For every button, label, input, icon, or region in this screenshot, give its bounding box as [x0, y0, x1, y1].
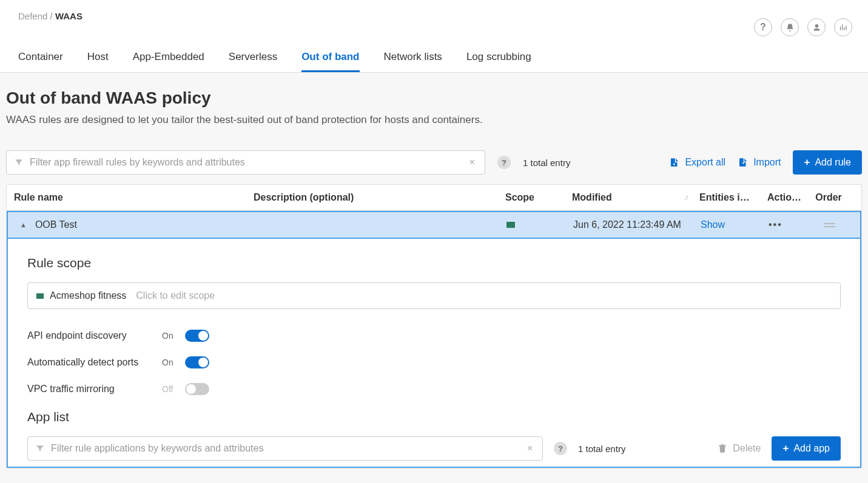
filter-apps-input[interactable]	[51, 443, 525, 454]
filter-apps-input-wrapper[interactable]: ×	[27, 436, 543, 461]
col-scope[interactable]: Scope	[499, 185, 566, 210]
tab-container[interactable]: Container	[18, 51, 63, 72]
toggle-api-state: On	[162, 331, 185, 341]
export-icon	[669, 157, 680, 168]
rule-name-cell: OOB Test	[35, 219, 77, 230]
toggle-vpc-state: Off	[162, 384, 185, 394]
breadcrumb-current: WAAS	[55, 11, 82, 21]
filter-rules-input[interactable]	[30, 157, 467, 168]
toggle-api-switch[interactable]	[185, 330, 209, 342]
rule-modified-cell: Jun 6, 2022 11:23:49 AM	[567, 212, 695, 238]
tab-app-embedded[interactable]: App-Embedded	[133, 51, 204, 72]
clear-app-filter-icon[interactable]: ×	[525, 443, 535, 454]
export-all-button[interactable]: Export all	[669, 157, 725, 168]
page-subtitle: WAAS rules are designed to let you tailo…	[6, 114, 862, 126]
tab-host[interactable]: Host	[87, 51, 109, 72]
col-rulename[interactable]: Rule name	[7, 185, 247, 210]
main-tabs: Container Host App-Embedded Serverless O…	[0, 36, 868, 73]
rule-desc-cell	[249, 218, 500, 232]
tab-log-scrubbing[interactable]: Log scrubbing	[466, 51, 531, 72]
rule-scope-cell	[500, 212, 567, 238]
col-description[interactable]: Description (optional)	[247, 185, 499, 210]
row-actions-menu[interactable]: •••	[769, 219, 782, 230]
show-entities-link[interactable]: Show	[701, 219, 725, 230]
col-entities[interactable]: Entities in ...	[693, 185, 761, 210]
rule-scope-heading: Rule scope	[27, 256, 841, 270]
scope-hint-label: Click to edit scope	[136, 290, 215, 301]
breadcrumb-parent[interactable]: Defend	[18, 11, 47, 21]
scope-chip-icon	[506, 222, 515, 228]
clear-filter-icon[interactable]: ×	[467, 157, 477, 168]
sort-icon[interactable]: ↓↑	[684, 193, 687, 202]
app-filter-help-icon[interactable]: ?	[554, 442, 567, 455]
tab-serverless[interactable]: Serverless	[229, 51, 277, 72]
help-icon[interactable]: ?	[754, 18, 772, 36]
col-modified[interactable]: Modified ↓↑	[566, 185, 693, 210]
toggle-ports-state: On	[162, 358, 185, 367]
filter-rules-input-wrapper[interactable]: ×	[6, 150, 485, 175]
import-button[interactable]: Import	[738, 157, 781, 168]
app-list-heading: App list	[27, 410, 841, 424]
drag-handle-icon[interactable]	[810, 214, 850, 236]
import-icon	[738, 157, 749, 168]
page-title: Out of band WAAS policy	[6, 88, 862, 108]
notifications-icon[interactable]	[781, 18, 799, 36]
toggle-vpc-switch[interactable]	[185, 383, 209, 395]
plus-icon: +	[804, 156, 810, 168]
user-icon[interactable]	[807, 18, 826, 36]
toggle-vpc-label: VPC traffic mirroring	[27, 384, 162, 395]
filter-help-icon[interactable]: ?	[497, 156, 511, 169]
scope-name-label: Acmeshop fitness	[50, 290, 126, 301]
trash-icon	[717, 443, 728, 454]
toggle-ports-label: Automatically detect ports	[27, 357, 162, 368]
col-order[interactable]: Order	[809, 185, 849, 210]
scope-editor[interactable]: Acmeshop fitness Click to edit scope	[27, 282, 841, 309]
rules-table: Rule name Description (optional) Scope M…	[6, 184, 862, 468]
chevron-up-icon[interactable]: ▲	[20, 221, 27, 228]
toggle-ports-switch[interactable]	[185, 356, 209, 368]
table-header-row: Rule name Description (optional) Scope M…	[7, 185, 861, 211]
total-entry-label: 1 total entry	[523, 158, 570, 168]
delete-app-button: Delete	[717, 443, 761, 454]
add-rule-button[interactable]: + Add rule	[793, 150, 862, 175]
add-app-button[interactable]: + Add app	[772, 436, 841, 461]
plus-icon: +	[782, 442, 789, 455]
rule-detail-panel: Rule scope Acmeshop fitness Click to edi…	[7, 239, 861, 468]
toggle-api-label: API endpoint discovery	[27, 330, 162, 341]
col-actions[interactable]: Actions	[761, 185, 809, 210]
tab-out-of-band[interactable]: Out of band	[301, 51, 359, 72]
table-row[interactable]: ▲ OOB Test Jun 6, 2022 11:23:49 AM Show …	[7, 211, 861, 239]
breadcrumb: Defend / WAAS	[18, 11, 82, 21]
filter-icon	[35, 444, 45, 453]
tab-network-lists[interactable]: Network lists	[384, 51, 442, 72]
app-total-label: 1 total entry	[578, 444, 625, 454]
filter-icon	[14, 158, 24, 167]
scope-chip-icon	[36, 293, 44, 299]
analytics-icon[interactable]	[834, 18, 852, 36]
